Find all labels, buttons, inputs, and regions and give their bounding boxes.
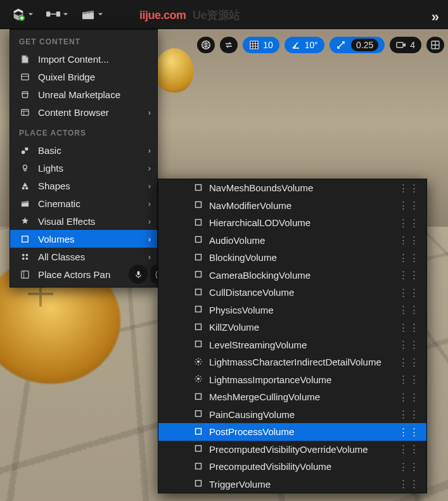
submenu-item-pain-causing-volume[interactable]: PainCausingVolume⋮⋮ xyxy=(158,406,426,424)
menu-item-shapes[interactable]: Shapes › xyxy=(10,177,157,194)
pill-layout[interactable] xyxy=(426,37,444,53)
drag-handle-icon[interactable]: ⋮⋮ xyxy=(399,461,420,472)
volumes-submenu: NavMeshBoundsVolume⋮⋮NavModifierVolume⋮⋮… xyxy=(158,179,427,493)
watermark: iijue.com Ue资源站 xyxy=(139,8,240,23)
submenu-item-cull-distance-volume[interactable]: CullDistanceVolume⋮⋮ xyxy=(158,284,426,301)
panel-icon xyxy=(19,270,30,279)
drag-handle-icon[interactable]: ⋮⋮ xyxy=(399,478,420,490)
svg-rect-35 xyxy=(196,411,202,417)
menu-label: Visual Effects xyxy=(38,216,95,227)
toolbar-blueprint[interactable] xyxy=(40,6,75,23)
pill-globe[interactable] xyxy=(197,37,215,53)
menu-item-import-content[interactable]: Import Content... xyxy=(10,50,157,68)
drag-handle-icon[interactable]: ⋮⋮ xyxy=(399,182,420,194)
menu-item-lights[interactable]: Lights › xyxy=(10,159,157,177)
pill-swap[interactable] xyxy=(220,37,238,53)
drag-handle-icon[interactable]: ⋮⋮ xyxy=(399,374,420,385)
submenu-item-hierarchical-l-o-d-volume[interactable]: HierarchicalLODVolume⋮⋮ xyxy=(158,214,426,232)
submenu-item-physics-volume[interactable]: PhysicsVolume⋮⋮ xyxy=(158,301,426,319)
toolbar-add-content[interactable] xyxy=(5,5,40,24)
chevron-right-icon: › xyxy=(148,163,151,173)
pill-grid-snap[interactable]: 10 xyxy=(243,37,279,53)
pill-camera-speed[interactable]: 4 xyxy=(390,37,421,53)
submenu-item-nav-mesh-bounds-volume[interactable]: NavMeshBoundsVolume⋮⋮ xyxy=(158,179,426,197)
submenu-item-precomputed-visibility-volume[interactable]: PrecomputedVisibilityVolume⋮⋮ xyxy=(158,458,426,476)
svg-rect-8 xyxy=(21,109,28,115)
menu-label: All Classes xyxy=(38,251,85,262)
mic-button[interactable] xyxy=(129,265,148,284)
menu-item-volumes[interactable]: Volumes › xyxy=(10,230,157,248)
drag-handle-icon[interactable]: ⋮⋮ xyxy=(399,443,420,455)
menu-item-visual-effects[interactable]: Visual Effects › xyxy=(10,212,157,230)
add-content-menu: GET CONTENT Import Content... Quixel Bri… xyxy=(10,29,158,288)
submenu-label: NavModifierVolume xyxy=(209,200,291,211)
volume-icon xyxy=(194,235,204,245)
viewport-object-1 xyxy=(155,48,193,92)
svg-rect-2 xyxy=(56,11,60,16)
volume-icon xyxy=(194,322,204,333)
drag-handle-icon[interactable]: ⋮⋮ xyxy=(399,357,420,368)
volume-icon xyxy=(194,479,204,489)
angle-icon xyxy=(291,40,301,50)
drag-handle-icon[interactable]: ⋮⋮ xyxy=(399,234,420,246)
volume-icon xyxy=(194,392,204,402)
drag-handle-icon[interactable]: ⋮⋮ xyxy=(399,409,420,420)
drag-handle-icon[interactable]: ⋮⋮ xyxy=(399,322,420,333)
drag-handle-icon[interactable]: ⋮⋮ xyxy=(399,339,420,350)
svg-rect-1 xyxy=(46,11,50,16)
drag-handle-icon[interactable]: ⋮⋮ xyxy=(399,426,420,438)
drag-handle-icon[interactable]: ⋮⋮ xyxy=(399,252,420,263)
drag-handle-icon[interactable]: ⋮⋮ xyxy=(399,200,420,211)
submenu-item-mesh-merge-culling-volume[interactable]: MeshMergeCullingVolume⋮⋮ xyxy=(158,388,426,406)
menu-item-unreal-marketplace[interactable]: Unreal Marketplace xyxy=(10,86,157,103)
submenu-label: HierarchicalLODVolume xyxy=(209,217,310,228)
menu-item-all-classes[interactable]: All Classes › xyxy=(10,248,157,265)
menu-label: Content Browser xyxy=(38,107,109,118)
submenu-item-trigger-volume[interactable]: TriggerVolume⋮⋮ xyxy=(158,476,426,493)
pill-angle-snap[interactable]: 10° xyxy=(285,37,324,53)
submenu-item-post-process-volume[interactable]: PostProcessVolume⋮⋮ xyxy=(158,423,426,441)
section-get-content: GET CONTENT xyxy=(10,30,157,50)
drag-handle-icon[interactable]: ⋮⋮ xyxy=(399,269,420,281)
blueprint-icon xyxy=(46,9,60,20)
svg-rect-22 xyxy=(196,184,202,190)
chevron-right-icon: › xyxy=(148,234,151,244)
svg-rect-34 xyxy=(196,393,202,399)
svg-rect-39 xyxy=(196,481,202,486)
menu-item-content-browser[interactable]: Content Browser › xyxy=(10,103,157,121)
submenu-label: PhysicsVolume xyxy=(209,305,274,315)
submenu-item-precomputed-visibility-override-volume[interactable]: PrecomputedVisibilityOverrideVolume⋮⋮ xyxy=(158,441,426,459)
submenu-item-kill-z-volume[interactable]: KillZVolume⋮⋮ xyxy=(158,319,426,336)
submenu-label: LightmassImportanceVolume xyxy=(209,374,331,385)
svg-rect-29 xyxy=(196,307,202,312)
vfx-icon xyxy=(19,217,30,226)
volume-icon xyxy=(194,200,204,210)
submenu-item-camera-blocking-volume[interactable]: CameraBlockingVolume⋮⋮ xyxy=(158,267,426,284)
drag-handle-icon[interactable]: ⋮⋮ xyxy=(399,217,420,229)
drag-handle-icon[interactable]: ⋮⋮ xyxy=(399,304,420,315)
toolbar-cinematics[interactable] xyxy=(75,6,110,23)
classes-icon xyxy=(19,252,30,262)
submenu-label: AudioVolume xyxy=(209,235,265,246)
drag-handle-icon[interactable]: ⋮⋮ xyxy=(399,287,420,298)
submenu-label: PrecomputedVisibilityOverrideVolume xyxy=(209,444,368,455)
svg-point-17 xyxy=(25,253,28,256)
svg-rect-21 xyxy=(137,270,139,275)
pill-scale-snap[interactable]: 0.25 xyxy=(330,37,385,53)
menu-label: Unreal Marketplace xyxy=(38,89,120,100)
menu-item-cinematic[interactable]: Cinematic › xyxy=(10,194,157,212)
submenu-item-nav-modifier-volume[interactable]: NavModifierVolume⋮⋮ xyxy=(158,197,426,215)
submenu-item-lightmass-character-indirect-detail-volume[interactable]: LightmassCharacterIndirectDetailVolume⋮⋮ xyxy=(158,353,426,371)
submenu-item-audio-volume[interactable]: AudioVolume⋮⋮ xyxy=(158,232,426,250)
submenu-label: MeshMergeCullingVolume xyxy=(209,391,320,402)
svg-rect-20 xyxy=(21,270,28,277)
menu-item-basic[interactable]: Basic › xyxy=(10,141,157,159)
submenu-item-blocking-volume[interactable]: BlockingVolume⋮⋮ xyxy=(158,249,426,267)
chevron-down-icon xyxy=(63,11,68,17)
submenu-item-level-streaming-volume[interactable]: LevelStreamingVolume⋮⋮ xyxy=(158,336,426,354)
menu-item-quixel-bridge[interactable]: Quixel Bridge xyxy=(10,68,157,86)
volume-icon xyxy=(194,357,204,367)
drag-handle-icon[interactable]: ⋮⋮ xyxy=(399,391,420,403)
submenu-item-lightmass-importance-volume[interactable]: LightmassImportanceVolume⋮⋮ xyxy=(158,371,426,389)
toolbar-overflow[interactable]: » xyxy=(432,9,439,25)
